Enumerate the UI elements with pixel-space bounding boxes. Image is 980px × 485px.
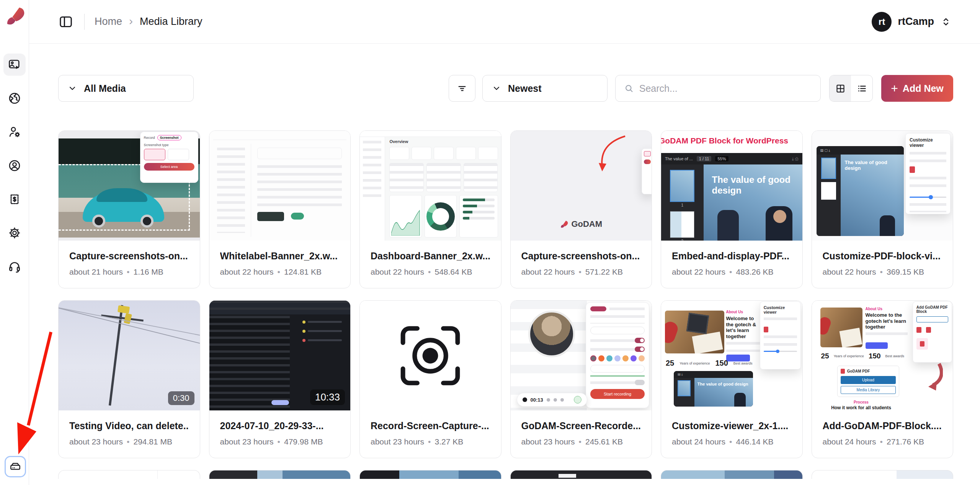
media-title: Capture-screenshots-on... xyxy=(69,251,189,262)
media-thumbnail[interactable]: About Us Welcome to the gotech & let's l… xyxy=(661,301,802,410)
grid-view-button[interactable] xyxy=(830,75,851,101)
media-meta: about 23 hours•479.98 MB xyxy=(220,437,340,446)
headphones-icon xyxy=(8,260,21,273)
sidebar-item-billing[interactable] xyxy=(3,188,26,210)
media-thumbnail[interactable] xyxy=(209,131,351,241)
media-meta: about 21 hours•1.16 MB xyxy=(69,267,189,277)
screenshot-popup: Record Screenshot Screenshot type Select… xyxy=(140,132,198,183)
background-color-dots xyxy=(590,355,645,361)
add-new-label: Add New xyxy=(903,83,944,94)
upload-button: Upload xyxy=(841,376,896,384)
search-icon xyxy=(624,83,634,94)
sidebar-toggle-icon[interactable] xyxy=(57,13,74,30)
media-thumbnail[interactable]: Overview xyxy=(360,131,501,241)
select-area-button: Select area xyxy=(144,163,194,171)
search-field[interactable] xyxy=(615,75,821,102)
media-thumbnail[interactable]: 0:30 xyxy=(59,301,200,410)
media-card-partial[interactable] xyxy=(661,470,803,479)
pdf-thumbnail-panel: 1 2 xyxy=(661,164,704,241)
media-card-partial[interactable] xyxy=(209,470,351,479)
media-meta: about 24 hours•446.14 KB xyxy=(672,437,792,446)
godam-logo: GoDAM xyxy=(511,219,652,229)
media-card[interactable]: GoDAM PDF Block for WordPress The value … xyxy=(661,130,803,288)
chevron-down-icon xyxy=(492,84,501,93)
media-card[interactable]: Record-Screen-Capture-... about 23 hours… xyxy=(359,300,501,458)
media-card-partial[interactable] xyxy=(812,470,954,479)
media-thumbnail[interactable]: 10:33 xyxy=(209,301,351,410)
sidebar-item-support[interactable] xyxy=(3,256,26,278)
left-rail xyxy=(0,0,29,485)
media-meta: about 22 hours•124.81 KB xyxy=(220,267,340,277)
sidebar-item-settings[interactable] xyxy=(3,222,26,244)
red-annotation-arrow xyxy=(587,134,629,176)
media-card[interactable]: About Us Welcome to the gotech let's lea… xyxy=(812,300,954,458)
view-toggle xyxy=(829,75,873,102)
media-title: GoDAM-Screen-Recorde... xyxy=(521,420,641,431)
customize-panel: Customize viewer xyxy=(905,133,951,214)
hero-image xyxy=(820,308,863,347)
sidebar-item-user-roles[interactable] xyxy=(3,121,26,143)
sidebar-item-media-library[interactable] xyxy=(3,54,26,76)
pdf-toolbar: The value of ... 1 / 11 55% ⤓ ⎙ xyxy=(661,153,802,164)
gear-icon xyxy=(8,226,21,240)
pdf-block-heading: GoDAM PDF Block for WordPress xyxy=(661,136,802,145)
media-card[interactable]: 0:30 Testing Video, can delete... about … xyxy=(58,300,200,458)
user-gear-icon xyxy=(8,125,21,139)
media-card[interactable]: ▤ ▢ ⤓ The value of good design Customize… xyxy=(812,130,954,288)
media-meta: about 22 hours•548.64 KB xyxy=(371,267,490,277)
donut-chart xyxy=(426,202,455,231)
media-card[interactable]: About Us Welcome to the gotech & let's l… xyxy=(661,300,803,458)
media-title: Whitelabel-Banner_2x.w... xyxy=(220,251,340,262)
media-card-partial[interactable] xyxy=(510,470,652,479)
media-library-page: All Media Newest xyxy=(29,44,980,485)
add-block-panel: Add GoDAM PDF Block xyxy=(913,301,952,363)
media-card[interactable]: 10:33 2024-07-10_20-29-33-... about 23 h… xyxy=(209,300,351,458)
header-divider xyxy=(84,14,85,30)
media-meta: about 23 hours•3.27 KB xyxy=(371,437,490,446)
add-new-button[interactable]: + Add New xyxy=(881,75,953,102)
red-curved-arrow xyxy=(918,362,943,393)
sidebar-item-storage[interactable] xyxy=(5,456,26,477)
filter-button[interactable] xyxy=(449,75,475,102)
media-thumbnail[interactable]: About Us Welcome to the gotech let's lea… xyxy=(812,301,953,410)
pdf-page-view: The value of good design xyxy=(704,164,802,241)
search-input[interactable] xyxy=(639,83,812,94)
sidebar-item-web[interactable] xyxy=(3,87,26,109)
media-thumbnail[interactable]: Record Screenshot Screenshot type Select… xyxy=(59,131,200,241)
popup-sliver xyxy=(642,148,652,194)
stats-row: 25 Years of experience 150 Best awards xyxy=(821,352,905,360)
toolbar: All Media Newest xyxy=(58,75,953,102)
chevron-down-icon xyxy=(68,84,77,93)
media-card[interactable]: Whitelabel-Banner_2x.w... about 22 hours… xyxy=(209,130,351,288)
area-chart xyxy=(391,207,420,236)
media-title: Customize-PDF-block-vi... xyxy=(823,251,942,262)
media-card-partial[interactable] xyxy=(359,470,501,479)
media-card[interactable]: Overview xyxy=(359,130,501,288)
capture-viewfinder-icon xyxy=(398,323,463,388)
media-thumbnail[interactable]: Start recording 00:13 xyxy=(511,301,652,410)
sort-dropdown[interactable]: Newest xyxy=(482,75,608,102)
hero-image xyxy=(665,311,724,353)
media-meta: about 22 hours•571.22 KB xyxy=(521,267,641,277)
list-view-button[interactable] xyxy=(851,75,872,101)
media-meta: about 23 hours•294.81 MB xyxy=(69,437,189,446)
media-thumbnail[interactable]: GoDAM xyxy=(511,131,652,241)
chevron-up-down-icon xyxy=(940,16,952,28)
media-card-partial[interactable] xyxy=(58,470,200,479)
user-circle-icon xyxy=(8,159,21,173)
media-title: 2024-07-10_20-29-33-... xyxy=(220,420,340,431)
sidebar-item-profile[interactable] xyxy=(3,155,26,177)
media-card[interactable]: Record Screenshot Screenshot type Select… xyxy=(58,130,200,288)
recorder-control-bar: 00:13 xyxy=(517,393,587,407)
breadcrumb-home-link[interactable]: Home xyxy=(95,16,122,28)
media-card[interactable]: Start recording 00:13 GoDAM-Screen-Recor… xyxy=(510,300,652,458)
godam-logo-icon[interactable] xyxy=(4,5,25,28)
media-meta: about 22 hours•369.15 KB xyxy=(823,267,942,277)
media-thumbnail[interactable]: ▤ ▢ ⤓ The value of good design Customize… xyxy=(812,131,953,241)
media-card[interactable]: GoDAM Capture-screenshots-on... about 22… xyxy=(510,130,652,288)
media-thumbnail[interactable] xyxy=(360,301,501,410)
duration-badge: 0:30 xyxy=(168,391,194,405)
media-thumbnail[interactable]: GoDAM PDF Block for WordPress The value … xyxy=(661,131,802,241)
media-type-dropdown[interactable]: All Media xyxy=(58,75,194,102)
account-switcher[interactable]: rt rtCamp xyxy=(872,12,952,32)
